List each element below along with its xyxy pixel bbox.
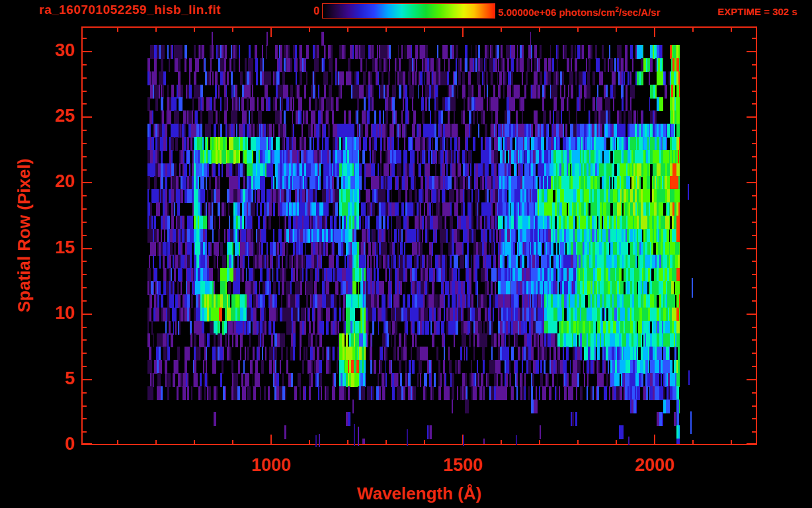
x-minor-tick [731,440,732,445]
y-minor-tick [81,300,87,302]
x-major-tick [462,26,464,37]
y-minor-tick [81,339,87,341]
x-tick-label: 2000 [615,455,694,476]
x-minor-tick [692,440,694,445]
y-minor-tick [81,235,87,236]
y-minor-tick [752,405,757,407]
colorbar-max-units-post: /sec/A/sr [619,7,661,18]
y-minor-tick [81,38,87,39]
y-major-tick [81,182,92,183]
y-minor-tick [752,261,757,262]
below-axis-data-strip [516,435,517,445]
heatmap-canvas [81,26,757,445]
edge-noise-strip [692,278,693,298]
x-minor-tick [577,26,579,32]
colorbar-max-value: 5.00000e+06 [498,7,556,18]
y-minor-tick [81,366,87,367]
x-axis-title: Wavelength (Å) [81,484,757,504]
y-minor-tick [752,300,757,302]
y-minor-tick [81,327,87,328]
x-minor-tick [539,440,540,445]
y-tick-label: 10 [28,303,75,323]
x-minor-tick [539,26,540,32]
y-minor-tick [81,195,87,196]
colorbar-max-units-pre: photons/cm [556,7,615,18]
y-minor-tick [81,143,87,144]
edge-noise-strip [690,411,692,434]
y-minor-tick [81,274,87,275]
colorbar-max-label: 5.00000e+06 photons/cm2/sec/A/sr [498,6,660,18]
x-minor-tick [616,26,617,32]
y-minor-tick [752,103,757,105]
y-minor-tick [752,431,757,433]
x-minor-tick [386,440,387,445]
y-minor-tick [752,64,757,65]
y-minor-tick [752,91,757,92]
x-minor-tick [692,26,694,32]
y-major-tick [81,443,92,444]
y-minor-tick [752,392,757,394]
y-minor-tick [752,195,757,196]
y-tick-label: 0 [28,434,75,454]
x-minor-tick [616,440,617,445]
y-minor-tick [81,156,87,157]
y-major-tick [747,443,757,444]
below-axis-data-strip [407,429,408,446]
y-minor-tick [752,156,757,157]
y-minor-tick [81,431,87,433]
colorbar-min-label: 0 [293,5,319,17]
x-minor-tick [347,26,348,32]
y-axis-title: Spatial Row (Pixel) [14,159,34,313]
y-tick-label: 20 [28,171,75,192]
x-minor-tick [424,440,425,445]
y-tick-label: 15 [28,237,75,258]
y-minor-tick [81,64,87,65]
edge-noise-strip [688,370,690,385]
y-major-tick [747,379,757,380]
colorbar-gradient [322,3,495,19]
x-minor-tick [232,440,233,445]
y-minor-tick [81,418,87,419]
x-minor-tick [577,440,579,445]
y-minor-tick [752,130,757,131]
y-minor-tick [752,38,757,39]
exptime-label: EXPTIME = 302 s [717,6,797,17]
y-minor-tick [752,339,757,341]
below-axis-data-strip [315,435,317,447]
fits-spectrogram-viewer: ra_160701052259_hisb_lin.fit 0 5.00000e+… [0,0,812,508]
y-minor-tick [81,261,87,262]
edge-noise-strip [688,184,689,200]
y-minor-tick [752,143,757,144]
x-minor-tick [309,440,310,445]
below-axis-data-strip [319,434,320,447]
below-axis-data-strip [628,437,629,445]
y-major-tick [747,182,757,183]
y-minor-tick [81,222,87,223]
x-minor-tick [501,26,502,32]
y-major-tick [747,314,757,315]
y-minor-tick [81,287,87,288]
x-minor-tick [117,26,118,32]
y-minor-tick [81,103,87,105]
x-tick-label: 1500 [423,455,503,476]
x-major-tick [270,26,272,37]
x-minor-tick [501,440,502,445]
y-minor-tick [81,169,87,171]
y-minor-tick [752,169,757,171]
y-minor-tick [81,130,87,131]
y-major-tick [81,248,92,249]
y-tick-label: 30 [28,40,75,61]
y-minor-tick [752,353,757,354]
y-major-tick [81,314,92,315]
spectrogram-plot-area [81,26,757,445]
below-axis-data-strip [463,435,464,446]
y-minor-tick [81,208,87,210]
y-major-tick [81,379,92,380]
x-minor-tick [117,440,118,445]
y-minor-tick [81,392,87,394]
x-major-tick [270,435,272,445]
y-minor-tick [752,77,757,79]
x-major-tick [654,435,655,445]
x-minor-tick [155,26,157,32]
y-major-tick [747,51,757,52]
